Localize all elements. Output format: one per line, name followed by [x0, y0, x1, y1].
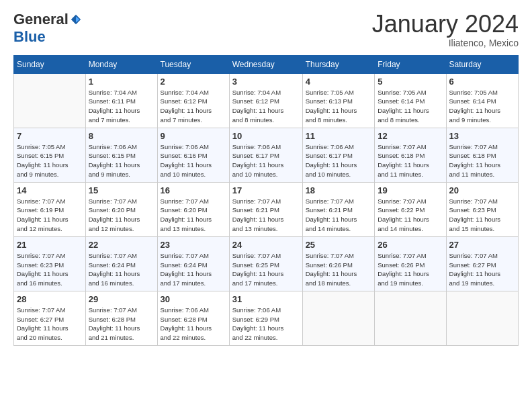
day-cell [14, 73, 86, 128]
day-number: 7 [17, 131, 83, 141]
day-number: 30 [161, 294, 226, 304]
day-number: 9 [161, 131, 226, 141]
day-cell: 15Sunrise: 7:07 AM Sunset: 6:20 PM Dayli… [85, 182, 157, 236]
logo: General Blue [13, 11, 82, 46]
header: General Blue January 2024 Iliatenco, Mex… [13, 11, 519, 48]
day-info: Sunrise: 7:07 AM Sunset: 6:18 PM Dayligh… [378, 142, 443, 179]
logo-text: General [13, 11, 82, 28]
day-info: Sunrise: 7:07 AM Sunset: 6:23 PM Dayligh… [17, 251, 83, 288]
day-cell: 28Sunrise: 7:07 AM Sunset: 6:27 PM Dayli… [14, 291, 86, 345]
day-info: Sunrise: 7:07 AM Sunset: 6:26 PM Dayligh… [378, 251, 443, 288]
day-cell: 30Sunrise: 7:06 AM Sunset: 6:28 PM Dayli… [157, 291, 229, 345]
day-info: Sunrise: 7:07 AM Sunset: 6:26 PM Dayligh… [306, 251, 372, 288]
day-number: 17 [232, 185, 300, 195]
day-info: Sunrise: 7:05 AM Sunset: 6:14 PM Dayligh… [449, 88, 515, 125]
day-cell: 25Sunrise: 7:07 AM Sunset: 6:26 PM Dayli… [302, 236, 375, 291]
day-cell: 4Sunrise: 7:05 AM Sunset: 6:13 PM Daylig… [302, 73, 375, 128]
day-number: 18 [306, 185, 372, 195]
day-cell: 3Sunrise: 7:04 AM Sunset: 6:12 PM Daylig… [229, 73, 302, 128]
day-info: Sunrise: 7:07 AM Sunset: 6:19 PM Dayligh… [17, 197, 83, 234]
calendar-table: SundayMondayTuesdayWednesdayThursdayFrid… [13, 55, 519, 346]
day-cell: 20Sunrise: 7:07 AM Sunset: 6:23 PM Dayli… [446, 182, 518, 236]
day-info: Sunrise: 7:06 AM Sunset: 6:17 PM Dayligh… [306, 142, 372, 179]
day-info: Sunrise: 7:05 AM Sunset: 6:15 PM Dayligh… [17, 142, 83, 179]
day-cell: 29Sunrise: 7:07 AM Sunset: 6:28 PM Dayli… [85, 291, 157, 345]
day-info: Sunrise: 7:06 AM Sunset: 6:28 PM Dayligh… [161, 306, 226, 342]
day-info: Sunrise: 7:07 AM Sunset: 6:28 PM Dayligh… [89, 306, 154, 342]
day-info: Sunrise: 7:07 AM Sunset: 6:21 PM Dayligh… [306, 197, 372, 234]
day-number: 13 [449, 131, 515, 141]
col-sunday: Sunday [14, 55, 86, 73]
day-number: 25 [306, 240, 372, 250]
col-wednesday: Wednesday [229, 55, 302, 73]
day-cell: 10Sunrise: 7:06 AM Sunset: 6:17 PM Dayli… [229, 128, 302, 182]
col-monday: Monday [85, 55, 157, 73]
day-number: 31 [232, 294, 300, 304]
day-number: 12 [378, 131, 443, 141]
day-cell: 1Sunrise: 7:04 AM Sunset: 6:11 PM Daylig… [85, 73, 157, 128]
day-cell: 16Sunrise: 7:07 AM Sunset: 6:20 PM Dayli… [157, 182, 229, 236]
day-number: 23 [161, 240, 226, 250]
day-info: Sunrise: 7:04 AM Sunset: 6:12 PM Dayligh… [232, 88, 300, 125]
month-title: January 2024 [372, 11, 519, 38]
day-number: 6 [449, 77, 515, 87]
col-friday: Friday [375, 55, 446, 73]
day-number: 11 [306, 131, 372, 141]
day-info: Sunrise: 7:07 AM Sunset: 6:24 PM Dayligh… [89, 251, 154, 288]
day-cell: 2Sunrise: 7:04 AM Sunset: 6:12 PM Daylig… [157, 73, 229, 128]
day-info: Sunrise: 7:06 AM Sunset: 6:29 PM Dayligh… [232, 306, 300, 342]
day-info: Sunrise: 7:07 AM Sunset: 6:27 PM Dayligh… [449, 251, 515, 288]
day-cell [302, 291, 375, 345]
day-number: 24 [232, 240, 300, 250]
day-cell: 14Sunrise: 7:07 AM Sunset: 6:19 PM Dayli… [14, 182, 86, 236]
day-info: Sunrise: 7:07 AM Sunset: 6:25 PM Dayligh… [232, 251, 300, 288]
day-info: Sunrise: 7:07 AM Sunset: 6:18 PM Dayligh… [449, 142, 515, 179]
day-info: Sunrise: 7:06 AM Sunset: 6:16 PM Dayligh… [161, 142, 226, 179]
day-info: Sunrise: 7:06 AM Sunset: 6:15 PM Dayligh… [89, 142, 154, 179]
header-row: SundayMondayTuesdayWednesdayThursdayFrid… [14, 55, 519, 73]
day-number: 28 [17, 294, 83, 304]
day-cell: 27Sunrise: 7:07 AM Sunset: 6:27 PM Dayli… [446, 236, 518, 291]
title-area: January 2024 Iliatenco, Mexico [372, 11, 519, 48]
logo-general: General [13, 11, 69, 28]
day-number: 19 [378, 185, 443, 195]
day-cell: 21Sunrise: 7:07 AM Sunset: 6:23 PM Dayli… [14, 236, 86, 291]
day-cell: 7Sunrise: 7:05 AM Sunset: 6:15 PM Daylig… [14, 128, 86, 182]
day-cell: 5Sunrise: 7:05 AM Sunset: 6:14 PM Daylig… [375, 73, 446, 128]
day-info: Sunrise: 7:07 AM Sunset: 6:24 PM Dayligh… [161, 251, 226, 288]
day-cell: 22Sunrise: 7:07 AM Sunset: 6:24 PM Dayli… [85, 236, 157, 291]
day-cell: 12Sunrise: 7:07 AM Sunset: 6:18 PM Dayli… [375, 128, 446, 182]
day-cell: 26Sunrise: 7:07 AM Sunset: 6:26 PM Dayli… [375, 236, 446, 291]
week-row-4: 28Sunrise: 7:07 AM Sunset: 6:27 PM Dayli… [14, 291, 519, 345]
day-info: Sunrise: 7:07 AM Sunset: 6:22 PM Dayligh… [378, 197, 443, 234]
col-thursday: Thursday [302, 55, 375, 73]
day-cell: 6Sunrise: 7:05 AM Sunset: 6:14 PM Daylig… [446, 73, 518, 128]
day-number: 22 [89, 240, 154, 250]
day-info: Sunrise: 7:04 AM Sunset: 6:11 PM Dayligh… [89, 88, 154, 125]
day-info: Sunrise: 7:07 AM Sunset: 6:23 PM Dayligh… [449, 197, 515, 234]
day-cell: 31Sunrise: 7:06 AM Sunset: 6:29 PM Dayli… [229, 291, 302, 345]
day-info: Sunrise: 7:05 AM Sunset: 6:14 PM Dayligh… [378, 88, 443, 125]
day-number: 14 [17, 185, 83, 195]
day-number: 21 [17, 240, 83, 250]
day-number: 15 [89, 185, 154, 195]
day-number: 3 [232, 77, 300, 87]
page: General Blue January 2024 Iliatenco, Mex… [0, 0, 532, 353]
day-cell: 19Sunrise: 7:07 AM Sunset: 6:22 PM Dayli… [375, 182, 446, 236]
day-number: 5 [378, 77, 443, 87]
col-tuesday: Tuesday [157, 55, 229, 73]
day-number: 27 [449, 240, 515, 250]
day-info: Sunrise: 7:07 AM Sunset: 6:20 PM Dayligh… [161, 197, 226, 234]
day-number: 20 [449, 185, 515, 195]
day-number: 1 [89, 77, 154, 87]
week-row-0: 1Sunrise: 7:04 AM Sunset: 6:11 PM Daylig… [14, 73, 519, 128]
day-cell [375, 291, 446, 345]
logo-blue-text: Blue [13, 28, 46, 46]
day-number: 2 [161, 77, 226, 87]
location: Iliatenco, Mexico [372, 38, 519, 48]
day-cell: 11Sunrise: 7:06 AM Sunset: 6:17 PM Dayli… [302, 128, 375, 182]
day-cell: 9Sunrise: 7:06 AM Sunset: 6:16 PM Daylig… [157, 128, 229, 182]
day-info: Sunrise: 7:04 AM Sunset: 6:12 PM Dayligh… [161, 88, 226, 125]
day-info: Sunrise: 7:06 AM Sunset: 6:17 PM Dayligh… [232, 142, 300, 179]
day-cell [446, 291, 518, 345]
